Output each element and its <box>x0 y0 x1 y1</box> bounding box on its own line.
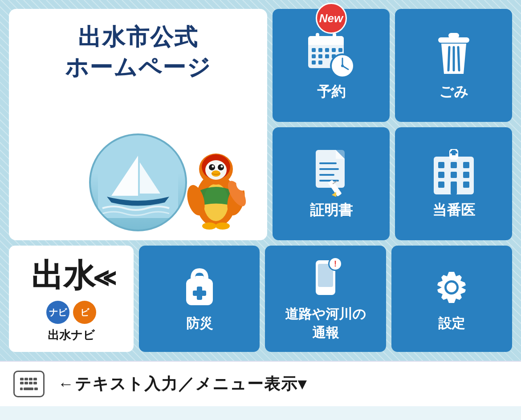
logo-card: 出水市公式 ホームページ <box>9 9 267 240</box>
svg-point-11 <box>218 164 224 170</box>
bousai-label: 防災 <box>186 314 213 333</box>
toban-tile[interactable]: 当番医 <box>395 127 512 240</box>
tsuuhou-tile[interactable]: ! 道路や河川の通報 <box>265 246 386 352</box>
svg-rect-79 <box>193 291 206 296</box>
yoyaku-label: 予約 <box>317 83 346 101</box>
backpack-cross-icon <box>177 265 222 310</box>
svg-rect-36 <box>318 61 322 65</box>
svg-rect-71 <box>438 182 444 188</box>
svg-rect-69 <box>451 172 457 178</box>
logo-illustration <box>18 133 258 231</box>
svg-point-10 <box>209 164 215 170</box>
svg-rect-91 <box>20 382 24 384</box>
svg-rect-30 <box>338 48 342 52</box>
sailboat-emblem <box>89 133 187 231</box>
svg-rect-27 <box>318 48 322 52</box>
shomeisho-tile[interactable]: 証明書 <box>273 127 390 240</box>
svg-rect-23 <box>308 41 344 45</box>
svg-rect-94 <box>33 382 37 384</box>
svg-rect-43 <box>448 33 459 38</box>
navi-circle-1: ナビ <box>46 301 69 324</box>
svg-rect-90 <box>33 378 37 380</box>
svg-rect-97 <box>34 388 38 390</box>
svg-line-46 <box>458 47 459 70</box>
calendar-clock-icon <box>305 29 358 78</box>
svg-rect-25 <box>333 33 336 41</box>
svg-rect-68 <box>438 172 444 178</box>
svg-rect-72 <box>451 182 457 194</box>
svg-rect-93 <box>29 382 33 384</box>
bousai-tile[interactable]: 防災 <box>139 246 260 352</box>
svg-rect-70 <box>463 172 469 178</box>
svg-rect-96 <box>24 388 33 390</box>
svg-rect-89 <box>29 378 33 380</box>
svg-rect-65 <box>438 162 444 168</box>
svg-point-86 <box>447 283 456 292</box>
svg-line-44 <box>448 47 449 70</box>
navi-circles: ナビ ビ <box>46 301 96 324</box>
svg-rect-35 <box>312 61 316 65</box>
yoyaku-tile[interactable]: New <box>273 9 390 122</box>
svg-point-19 <box>202 222 216 230</box>
trash-icon <box>431 29 476 78</box>
svg-rect-92 <box>24 382 28 384</box>
keyboard-icon <box>18 376 40 392</box>
mascot-character <box>183 142 249 231</box>
svg-text:出水: 出水 <box>31 258 97 294</box>
navi-logo: 出水 ≪ <box>27 254 116 295</box>
svg-rect-31 <box>312 54 316 58</box>
footer-text: ←テキスト入力／メニュー表示▾ <box>58 373 307 395</box>
svg-rect-29 <box>332 48 336 52</box>
footer-bar: ←テキスト入力／メニュー表示▾ <box>0 361 521 406</box>
svg-rect-33 <box>325 54 329 58</box>
svg-point-12 <box>212 166 214 168</box>
svg-rect-32 <box>318 54 322 58</box>
site-title: 出水市公式 ホームページ <box>65 22 211 82</box>
svg-rect-26 <box>312 48 316 52</box>
navi-card[interactable]: 出水 ≪ ナビ ビ 出水ナビ <box>9 246 134 352</box>
settei-tile[interactable]: 設定 <box>391 246 512 352</box>
shomeisho-label: 証明書 <box>310 201 353 220</box>
svg-rect-88 <box>24 378 28 380</box>
svg-rect-73 <box>463 182 469 188</box>
svg-rect-64 <box>452 150 456 155</box>
toban-label: 当番医 <box>432 201 475 220</box>
tsuuhou-label: 道路や河川の通報 <box>285 305 366 342</box>
svg-text:!: ! <box>334 259 337 268</box>
gomi-tile[interactable]: ごみ <box>395 9 512 122</box>
svg-rect-28 <box>325 48 329 52</box>
svg-rect-95 <box>20 388 23 390</box>
svg-rect-24 <box>316 33 319 41</box>
document-icon <box>309 148 354 197</box>
navi-circle-2: ビ <box>73 301 96 324</box>
svg-point-41 <box>341 65 344 67</box>
svg-point-14 <box>212 170 220 177</box>
keyboard-button[interactable] <box>13 371 45 397</box>
svg-text:≪: ≪ <box>93 264 116 292</box>
new-badge: New <box>316 3 347 34</box>
navi-label: 出水ナビ <box>48 327 95 343</box>
svg-rect-87 <box>20 378 24 380</box>
svg-rect-77 <box>195 276 204 279</box>
phone-alert-icon: ! <box>303 256 348 300</box>
gomi-label: ごみ <box>439 83 468 101</box>
svg-point-20 <box>216 222 230 230</box>
svg-rect-66 <box>451 162 457 168</box>
svg-point-13 <box>221 166 223 168</box>
svg-rect-67 <box>463 162 469 168</box>
hospital-icon <box>429 148 478 197</box>
gear-icon <box>429 265 474 310</box>
settei-label: 設定 <box>438 314 465 333</box>
